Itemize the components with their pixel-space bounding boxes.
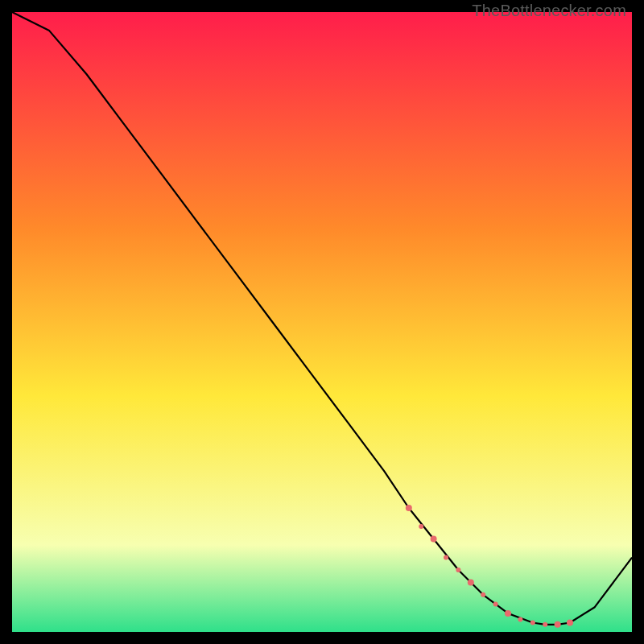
chart-plot bbox=[12, 12, 632, 632]
chart-dot bbox=[567, 620, 573, 626]
chart-dot bbox=[555, 621, 561, 628]
chart-dot bbox=[456, 568, 460, 572]
chart-dot bbox=[518, 617, 522, 622]
chart-dot bbox=[493, 601, 498, 606]
chart-frame: TheBottlenecker.com bbox=[0, 0, 644, 644]
chart-dot bbox=[468, 579, 474, 585]
chart-dot bbox=[481, 592, 485, 597]
chart-dot bbox=[530, 621, 535, 625]
chart-dot bbox=[431, 536, 437, 543]
chart-dot bbox=[444, 555, 448, 560]
watermark-text: TheBottlenecker.com bbox=[472, 2, 626, 20]
chart-dot bbox=[543, 622, 547, 627]
chart-svg bbox=[12, 12, 632, 632]
chart-dot bbox=[406, 505, 412, 511]
gradient-bg bbox=[12, 12, 632, 632]
chart-dot bbox=[419, 524, 423, 529]
chart-dot bbox=[505, 610, 511, 617]
